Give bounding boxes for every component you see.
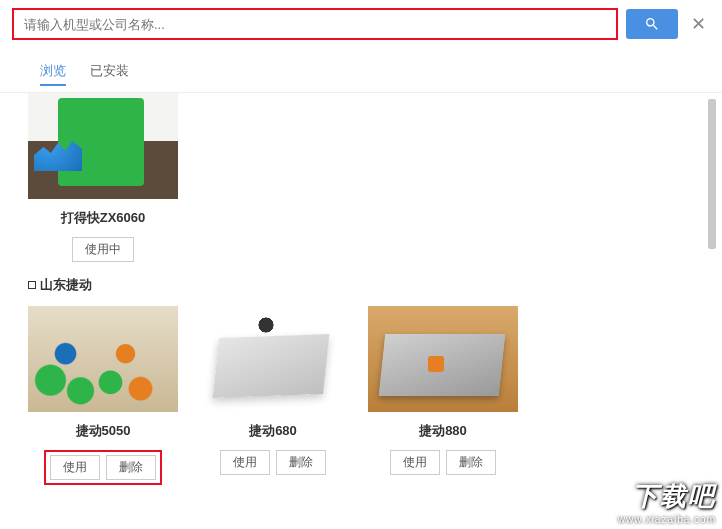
use-button[interactable]: 使用 [220, 450, 270, 475]
content-scroll[interactable]: 打得快ZX6060 使用中 山东捷动 捷动5050 使用 删除 捷动68 [28, 93, 694, 523]
device-card: 打得快ZX6060 使用中 [28, 93, 178, 262]
section-marker-icon [28, 281, 36, 289]
device-thumbnail[interactable] [198, 306, 348, 412]
device-card: 捷动680 使用 删除 [198, 306, 348, 485]
delete-button[interactable]: 删除 [106, 455, 156, 480]
use-button[interactable]: 使用 [50, 455, 100, 480]
search-input[interactable] [14, 10, 616, 38]
close-icon: ✕ [691, 13, 706, 35]
device-thumbnail[interactable] [28, 93, 178, 199]
close-button[interactable]: ✕ [686, 12, 710, 36]
delete-button[interactable]: 删除 [276, 450, 326, 475]
search-icon [644, 16, 660, 32]
search-input-highlight [12, 8, 618, 40]
search-button[interactable] [626, 9, 678, 39]
tab-installed[interactable]: 已安装 [90, 58, 129, 86]
button-row-highlight: 使用 删除 [44, 450, 162, 485]
device-title: 捷动880 [419, 422, 467, 440]
scrollbar-thumb[interactable] [708, 99, 716, 249]
use-button[interactable]: 使用 [390, 450, 440, 475]
section-title: 山东捷动 [40, 276, 92, 294]
tab-browse[interactable]: 浏览 [40, 58, 66, 86]
device-thumbnail[interactable] [368, 306, 518, 412]
device-card: 捷动880 使用 删除 [368, 306, 518, 485]
tabs-bar: 浏览 已安装 [0, 48, 722, 93]
delete-button[interactable]: 删除 [446, 450, 496, 475]
device-card: 捷动5050 使用 删除 [28, 306, 178, 485]
status-in-use-button[interactable]: 使用中 [72, 237, 134, 262]
section-header: 山东捷动 [28, 276, 694, 294]
device-title: 捷动680 [249, 422, 297, 440]
device-title: 捷动5050 [76, 422, 131, 440]
device-thumbnail[interactable] [28, 306, 178, 412]
device-title: 打得快ZX6060 [61, 209, 146, 227]
